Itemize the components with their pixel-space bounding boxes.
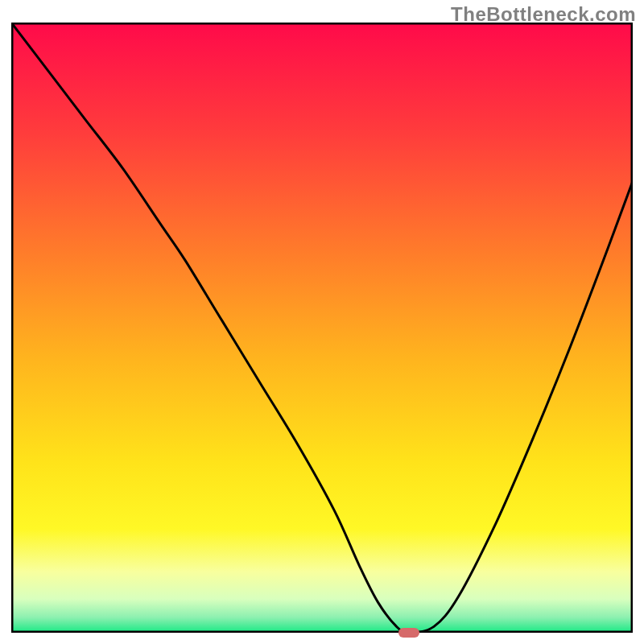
- watermark-text: TheBottleneck.com: [451, 3, 636, 26]
- bottleneck-curve: [11, 23, 633, 633]
- plot-area: [11, 23, 633, 633]
- chart-container: TheBottleneck.com: [0, 0, 644, 644]
- optimal-marker: [398, 628, 419, 638]
